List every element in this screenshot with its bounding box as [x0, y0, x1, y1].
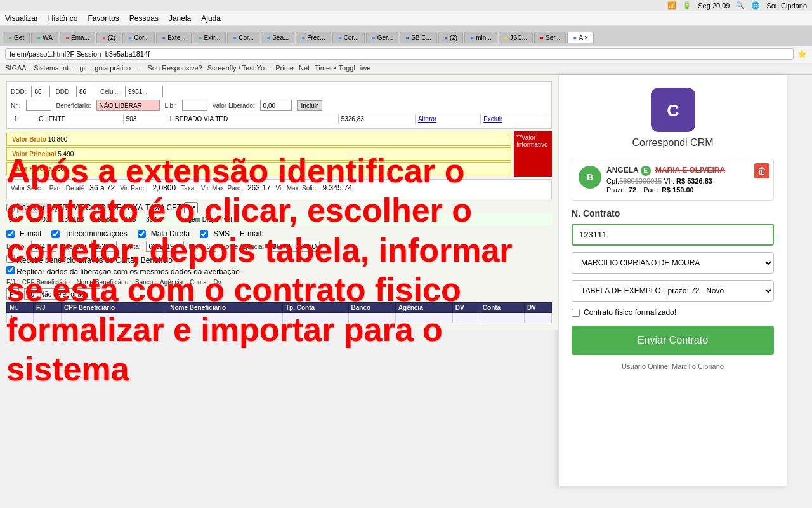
contact-status-badge: E: [641, 166, 651, 176]
content-area: DDD: DDD: Celul... Nr.: Beneficiário: Li…: [0, 75, 812, 486]
n-contrato-input[interactable]: [572, 224, 774, 246]
vlr-label: Vlr:: [664, 177, 675, 185]
valor-liberado-input[interactable]: [260, 100, 292, 111]
ddd-label: DDD:: [11, 88, 26, 95]
ddd2-input[interactable]: [76, 86, 95, 97]
nr-label: Nr.:: [11, 102, 21, 109]
lib-input[interactable]: [182, 100, 207, 111]
row-desc: LIBERADO VIA TED: [167, 114, 338, 124]
lib-label: Lib.:: [165, 102, 177, 109]
address-bar: ⭐: [0, 46, 812, 62]
row-value: 5326,83: [338, 114, 415, 124]
contact-name: ANGELA E MARIA E OLIVEIRA: [606, 166, 767, 176]
svg-text:C: C: [667, 101, 679, 120]
tab-email1[interactable]: ● Ema...: [60, 32, 95, 43]
bookmarks-bar: SIGAA – Sistema Int... git – guia prátic…: [0, 62, 812, 74]
n-contrato-label: N. Contrato: [572, 208, 620, 218]
menu-ajuda[interactable]: Ajuda: [201, 14, 221, 23]
tab-2[interactable]: ● (2): [96, 32, 121, 43]
menu-visualizar[interactable]: Visualizar: [5, 14, 38, 23]
contact-card: B ANGELA E MARIA E OLIVEIRA Cpf:56001000…: [572, 159, 774, 201]
beneficiario-label: Beneficiário:: [56, 102, 91, 109]
delete-contact-btn[interactable]: 🗑: [754, 163, 769, 178]
row-nr: 1: [11, 114, 36, 124]
tabs-bar: ● Get ● WA ● Ema... ● (2) ● Cor... ● Ext…: [0, 26, 812, 46]
contrato-fisico-row: Contrato físico formalizado!: [572, 308, 774, 317]
crm-logo-svg: C: [657, 94, 689, 126]
tab-sea[interactable]: ● Sea...: [261, 32, 294, 43]
bookmark-timer[interactable]: Timer • Toggl: [315, 64, 355, 72]
menu-favoritos[interactable]: Favoritos: [88, 14, 119, 23]
star-icon[interactable]: ⭐: [797, 50, 807, 58]
valor-liberado-label: Valor Liberado:: [213, 102, 255, 109]
avatar-letter: B: [587, 172, 593, 182]
tab-jsc[interactable]: ● JSC...: [499, 32, 533, 43]
row-code: 503: [123, 114, 167, 124]
bookmark-responsive[interactable]: Sou Responsive?: [148, 64, 202, 72]
bookmark-iwe[interactable]: iwe: [360, 64, 371, 72]
bookmark-git[interactable]: git – guia prático –...: [79, 64, 142, 72]
tab-sb[interactable]: ● SB C...: [400, 32, 437, 43]
excluir-link[interactable]: Excluir: [483, 116, 502, 123]
ddd-input[interactable]: [31, 86, 50, 97]
cel-input[interactable]: [125, 86, 163, 97]
crm-panel: C Correspondi CRM B ANGELA E MARIA E OLI…: [558, 75, 787, 486]
tab-get[interactable]: ● Get: [3, 32, 30, 43]
contact-cpf: Cpf:56001000015 Vlr: R$ 5326.83: [606, 177, 767, 185]
valor-bruto-value: 10.800: [48, 136, 68, 143]
battery-icon: 🔋: [683, 1, 691, 10]
globe-icon: 🌐: [751, 1, 760, 10]
tab-ser[interactable]: ● Ser...: [534, 32, 566, 43]
nr-input[interactable]: [26, 100, 51, 111]
bookmark-net[interactable]: Net: [299, 64, 310, 72]
tab-cor2[interactable]: ● Cor...: [227, 32, 259, 43]
tab-ger[interactable]: ● Ger...: [366, 32, 399, 43]
browser-chrome: 📶 🔋 Seg 20:09 🔍 🌐 Sou Cipriano Visualiza…: [0, 0, 812, 75]
tab-min[interactable]: ● min...: [464, 32, 497, 43]
alterar-link[interactable]: Alterar: [418, 116, 436, 123]
enviar-contrato-btn[interactable]: Enviar Contrato: [572, 326, 774, 355]
bookmark-screenfly[interactable]: Screenfly / Test Yo...: [207, 64, 270, 72]
address-input[interactable]: [5, 48, 794, 60]
contact-vals: Prazo: 72 Parc: R$ 150.00: [606, 186, 767, 194]
tab-a-active[interactable]: ● A ×: [567, 32, 594, 43]
cel-label: Celul...: [100, 88, 120, 95]
incluir-btn[interactable]: Incluir: [297, 100, 323, 111]
crm-title: Correspondi CRM: [632, 137, 713, 149]
vlr-value: R$ 5326.83: [676, 177, 712, 185]
contact-avatar: B: [579, 166, 601, 189]
overlay-text: Após a extensão identificar o contrato é…: [6, 151, 546, 389]
tab-cor1[interactable]: ● Cor...: [122, 32, 155, 43]
bookmark-sigaa[interactable]: SIGAA – Sistema Int...: [5, 64, 74, 72]
corretor-select[interactable]: MARCILIO CIPRIANO DE MOURA: [572, 252, 774, 274]
menu-janela[interactable]: Janela: [169, 14, 191, 23]
status-bar: 📶 🔋 Seg 20:09 🔍 🌐 Sou Cipriano: [0, 0, 812, 11]
tab-extr[interactable]: ● Extr...: [193, 32, 226, 43]
tab-2b[interactable]: ● (2): [438, 32, 463, 43]
time-display: Seg 20:09: [698, 2, 730, 10]
contrato-fisico-checkbox[interactable]: [572, 309, 580, 317]
user-online: Usuário Online: Marcilio Cipriano: [622, 363, 724, 370]
contact-info: ANGELA E MARIA E OLIVEIRA Cpf:5600100001…: [606, 166, 767, 194]
menu-historico[interactable]: Histórico: [48, 14, 78, 23]
valor-bruto-label: Valor Bruto: [12, 136, 46, 143]
sigaa-background: DDD: DDD: Celul... Nr.: Beneficiário: Li…: [0, 75, 558, 486]
tab-cor3[interactable]: ● Cor...: [332, 32, 365, 43]
wifi-icon: 📶: [667, 1, 676, 10]
prazo-label: Prazo:: [606, 186, 627, 194]
tab-wa[interactable]: ● WA: [31, 32, 58, 43]
tab-frec[interactable]: ● Frec...: [296, 32, 331, 43]
sigaa-table: 1 CLIENTE 503 LIBERADO VIA TED 5326,83 A…: [11, 114, 547, 124]
crm-logo: C: [651, 88, 695, 132]
usuario-online-label: Usuário Online:: [622, 363, 670, 370]
tabela-select[interactable]: TABELA DE EXEMPLO - prazo: 72 - Novo: [572, 280, 774, 302]
bookmark-prime[interactable]: Prime: [275, 64, 294, 72]
menu-pessoas[interactable]: Pessoas: [129, 14, 159, 23]
search-icon: 🔍: [736, 1, 745, 10]
user-label: Sou Cipriano: [766, 2, 807, 10]
beneficiario-input[interactable]: [96, 100, 160, 111]
tab-exte[interactable]: ● Exte...: [156, 32, 191, 43]
menu-bar: Visualizar Histórico Favoritos Pessoas J…: [0, 11, 812, 26]
contrato-fisico-label: Contrato físico formalizado!: [584, 308, 676, 317]
contact-name-strikethrough: MARIA E OLIVEIRA: [655, 166, 725, 175]
